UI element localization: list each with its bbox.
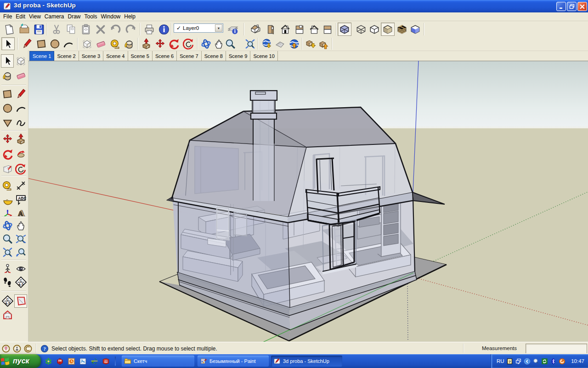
quicklaunch-q-sw2[interactable]: SW xyxy=(102,357,110,365)
toolbar-button-move-tool[interactable] xyxy=(153,37,167,50)
tray-tray-bt[interactable] xyxy=(550,358,557,365)
toolbar-button-view-front[interactable] xyxy=(278,23,292,36)
scene-tab-scene-8[interactable]: Scene 8 xyxy=(202,51,226,61)
dock-button-section-house[interactable] xyxy=(1,308,14,322)
menu-window[interactable]: Window xyxy=(99,12,123,21)
dock-button-rotate-tool[interactable] xyxy=(1,148,14,161)
quicklaunch-q-clock[interactable] xyxy=(67,357,75,365)
menu-view[interactable]: View xyxy=(27,12,43,21)
toolbar-button-select-arrow[interactable] xyxy=(1,37,15,50)
menu-camera[interactable]: Camera xyxy=(43,12,66,21)
toolbar-button-ge-get-view[interactable] xyxy=(260,37,274,50)
dock-button-circle-tool[interactable] xyxy=(1,102,14,115)
dock-button-push-pull[interactable] xyxy=(14,132,27,146)
dock-button-tape-measure[interactable] xyxy=(1,179,14,192)
dock-button-freehand-tool[interactable] xyxy=(14,116,27,129)
scene-tab-scene-5[interactable]: Scene 5 xyxy=(128,51,153,61)
dock-button-zoom-tool[interactable] xyxy=(1,232,14,246)
close-button[interactable] xyxy=(577,2,587,11)
dock-button-scale-tool[interactable] xyxy=(1,162,14,176)
start-button[interactable]: пуск xyxy=(0,354,41,368)
toolbar-button-style-hiddenline[interactable] xyxy=(368,23,381,36)
menu-help[interactable]: Help xyxy=(122,12,137,21)
task-button-1[interactable]: Скетч xyxy=(122,356,194,367)
dock-button-protractor-tool[interactable] xyxy=(1,193,14,207)
task-button-2[interactable]: Безымянный - Paint xyxy=(198,356,269,367)
toolbar-button-layers-manager[interactable] xyxy=(226,23,240,36)
toolbar-button-view-back[interactable] xyxy=(293,23,306,36)
model-viewport[interactable] xyxy=(28,61,588,342)
toolbar-button-style-wireframe[interactable] xyxy=(354,23,368,36)
toolbar-button-offset-tool[interactable] xyxy=(182,37,195,50)
toolbar-button-ge-place-model[interactable] xyxy=(288,37,301,50)
toolbar-button-paint-bucket[interactable] xyxy=(123,37,136,50)
toolbar-button-style-xray[interactable] xyxy=(338,23,351,36)
toolbar-button-erase-x[interactable] xyxy=(94,23,107,36)
toolbar-button-tape-measure[interactable] xyxy=(109,37,122,50)
tray-tray-magnifier[interactable] xyxy=(532,358,539,365)
scene-tab-scene-2[interactable]: Scene 2 xyxy=(54,51,79,61)
dock-button-move-tool[interactable] xyxy=(1,132,14,146)
layer-combo[interactable]: ✓Layer0▼ xyxy=(174,23,223,33)
scene-tab-scene-9[interactable]: Scene 9 xyxy=(226,51,250,61)
dock-button-look-around[interactable] xyxy=(14,262,27,276)
minimize-button[interactable] xyxy=(556,2,566,11)
scene-tab-scene-1[interactable]: Scene 1 xyxy=(29,51,54,61)
toolbar-button-view-top[interactable] xyxy=(264,23,277,36)
quicklaunch-q-app[interactable] xyxy=(79,357,87,365)
language-indicator[interactable]: RU xyxy=(497,358,504,364)
help-icon[interactable]: ? xyxy=(40,345,49,353)
scene-tab-scene-3[interactable]: Scene 3 xyxy=(79,51,103,61)
quicklaunch-q-flower[interactable] xyxy=(44,357,52,365)
toolbar-button-zoom-tool[interactable] xyxy=(224,37,237,50)
toolbar-button-orbit-tool[interactable] xyxy=(199,37,213,50)
dock-button-position-camera[interactable] xyxy=(1,262,14,276)
dock-button-rectangle-tool[interactable] xyxy=(1,87,14,101)
toolbar-button-circle-tool[interactable] xyxy=(48,37,62,50)
dock-button-make-component[interactable] xyxy=(14,54,27,68)
dock-button-zoom-previous[interactable] xyxy=(14,246,27,259)
toolbar-button-copy-pages[interactable] xyxy=(64,23,78,36)
restore-button[interactable] xyxy=(567,2,577,11)
toolbar-button-view-iso[interactable] xyxy=(249,23,263,36)
dock-button-walk-tool[interactable] xyxy=(1,276,14,289)
tray-tray-green[interactable] xyxy=(541,358,548,365)
dock-button-pan-tool[interactable] xyxy=(14,219,27,232)
menu-draw[interactable]: Draw xyxy=(66,12,83,21)
dock-button-polygon-tool[interactable] xyxy=(1,116,14,129)
dock-button-text-tool[interactable]: ABC xyxy=(14,193,27,207)
dock-button-select-arrow[interactable] xyxy=(1,54,14,68)
dock-button-section-plane[interactable] xyxy=(14,294,27,308)
dock-button-orbit-tool[interactable] xyxy=(1,219,14,232)
dock-button-ca5-diamond[interactable]: CA-5 xyxy=(1,294,14,308)
toolbar-button-new-document[interactable] xyxy=(3,23,17,36)
status-geo-icon[interactable] xyxy=(2,345,10,353)
scene-tab-scene-10[interactable]: Scene 10 xyxy=(250,51,277,61)
scene-tab-scene-7[interactable]: Scene 7 xyxy=(177,51,201,61)
menu-tools[interactable]: Tools xyxy=(83,12,99,21)
toolbar-button-eraser-tool[interactable] xyxy=(94,37,107,50)
toolbar-button-get-models[interactable] xyxy=(304,37,317,50)
toolbar-button-style-textured[interactable] xyxy=(395,23,409,36)
quicklaunch-q-sw[interactable]: SW xyxy=(56,357,64,365)
task-button-3[interactable]: 3d proba - SketchUp xyxy=(271,356,342,367)
toolbar-button-view-right[interactable] xyxy=(321,23,334,36)
dock-button-arc-tool[interactable] xyxy=(14,102,27,115)
toolbar-button-zoom-extents[interactable] xyxy=(243,37,257,50)
toolbar-button-save-floppy[interactable] xyxy=(32,23,46,36)
toolbar-button-push-pull[interactable] xyxy=(140,37,153,50)
measurements-input[interactable] xyxy=(526,344,587,353)
quicklaunch-q-ie[interactable]: e xyxy=(90,357,98,365)
toolbar-button-ge-terrain[interactable] xyxy=(273,37,287,50)
toolbar-button-rectangle-tool[interactable] xyxy=(35,37,48,50)
toolbar-button-model-info[interactable] xyxy=(157,23,171,36)
dock-button-line-pencil[interactable] xyxy=(14,87,27,101)
combo-dropdown-arrow[interactable]: ▼ xyxy=(215,24,222,32)
dock-button-zoom-window[interactable] xyxy=(14,232,27,246)
status-person-icon[interactable] xyxy=(13,345,21,353)
toolbar-button-cut-scissors[interactable] xyxy=(50,23,63,36)
toolbar-button-open-folder[interactable] xyxy=(17,23,31,36)
toolbar-button-view-left[interactable] xyxy=(307,23,321,36)
tray-tray-hide[interactable] xyxy=(524,358,531,365)
toolbar-button-style-shaded[interactable] xyxy=(381,23,395,36)
